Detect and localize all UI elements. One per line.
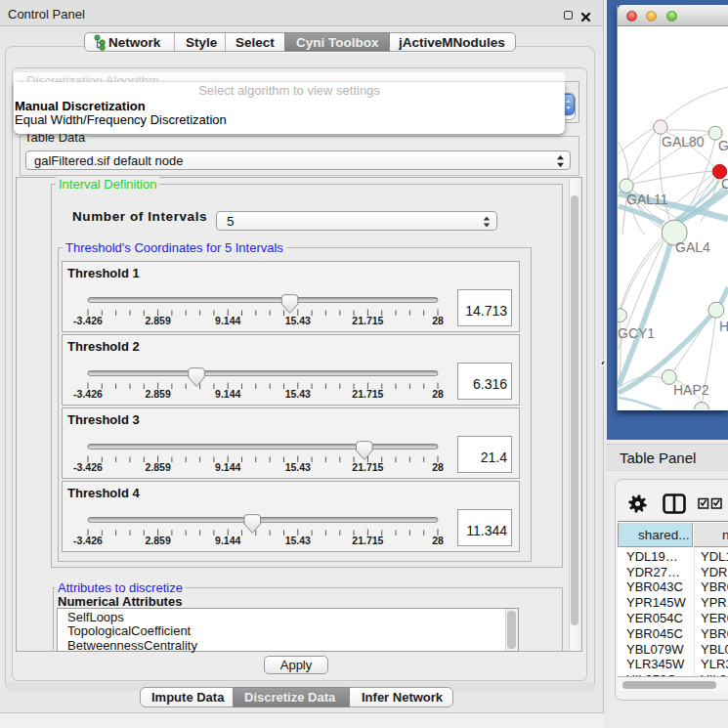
svg-text:28: 28 xyxy=(432,388,444,400)
svg-text:GAL4: GAL4 xyxy=(675,239,710,255)
svg-text:GAL11: GAL11 xyxy=(626,192,668,207)
svg-text:21.715: 21.715 xyxy=(352,388,383,400)
svg-text:HAP2: HAP2 xyxy=(673,382,709,398)
svg-text:15.43: 15.43 xyxy=(285,388,311,400)
svg-text:2.859: 2.859 xyxy=(145,461,170,473)
svg-text:GAL80: GAL80 xyxy=(662,134,705,150)
svg-text:21.715: 21.715 xyxy=(352,315,383,326)
svg-text:21.715: 21.715 xyxy=(352,535,383,546)
svg-text:28: 28 xyxy=(432,315,444,326)
svg-text:2.859: 2.859 xyxy=(145,535,170,546)
svg-text:G.: G. xyxy=(718,138,728,153)
svg-text:28: 28 xyxy=(432,535,444,546)
svg-text:9.144: 9.144 xyxy=(215,315,240,326)
svg-text:15.43: 15.43 xyxy=(285,535,311,546)
svg-text:H: H xyxy=(719,319,728,334)
svg-text:2.859: 2.859 xyxy=(145,388,170,400)
svg-text:-3.426: -3.426 xyxy=(73,388,103,400)
svg-text:15.43: 15.43 xyxy=(285,315,311,326)
svg-text:-3.426: -3.426 xyxy=(73,535,103,546)
svg-text:21.715: 21.715 xyxy=(352,461,383,473)
svg-text:9.144: 9.144 xyxy=(215,461,240,473)
svg-text:-3.426: -3.426 xyxy=(73,315,103,326)
svg-text:9.144: 9.144 xyxy=(215,388,240,400)
svg-text:C: C xyxy=(721,176,728,192)
svg-text:-3.426: -3.426 xyxy=(73,461,103,473)
svg-text:GCY1: GCY1 xyxy=(618,325,655,341)
svg-text:2.859: 2.859 xyxy=(145,315,170,326)
svg-text:28: 28 xyxy=(432,461,444,473)
svg-text:9.144: 9.144 xyxy=(215,535,240,546)
svg-text:15.43: 15.43 xyxy=(285,461,311,473)
